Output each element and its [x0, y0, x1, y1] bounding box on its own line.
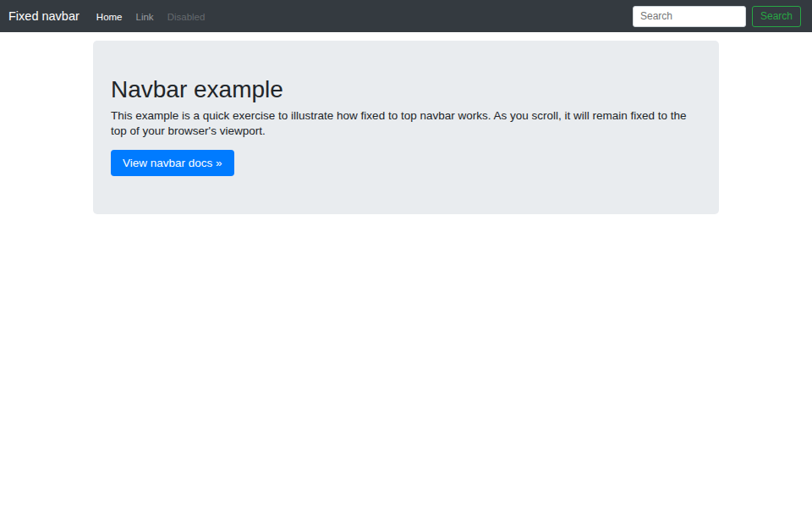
- nav-item-home[interactable]: Home: [91, 8, 128, 25]
- page-title: Navbar example: [111, 76, 701, 103]
- top-navbar: Fixed navbar Home Link Disabled Search: [0, 0, 812, 32]
- search-form: Search: [633, 6, 801, 27]
- jumbotron-description: This example is a quick exercise to illu…: [111, 108, 701, 139]
- jumbotron: Navbar example This example is a quick e…: [93, 41, 719, 214]
- nav-item-disabled: Disabled: [162, 8, 211, 25]
- search-input[interactable]: [633, 6, 746, 27]
- navbar-nav: Home Link Disabled: [90, 8, 212, 24]
- search-button[interactable]: Search: [752, 6, 801, 27]
- view-navbar-docs-button[interactable]: View navbar docs »: [111, 150, 234, 176]
- nav-item-link[interactable]: Link: [131, 8, 159, 25]
- navbar-brand[interactable]: Fixed navbar: [8, 9, 80, 23]
